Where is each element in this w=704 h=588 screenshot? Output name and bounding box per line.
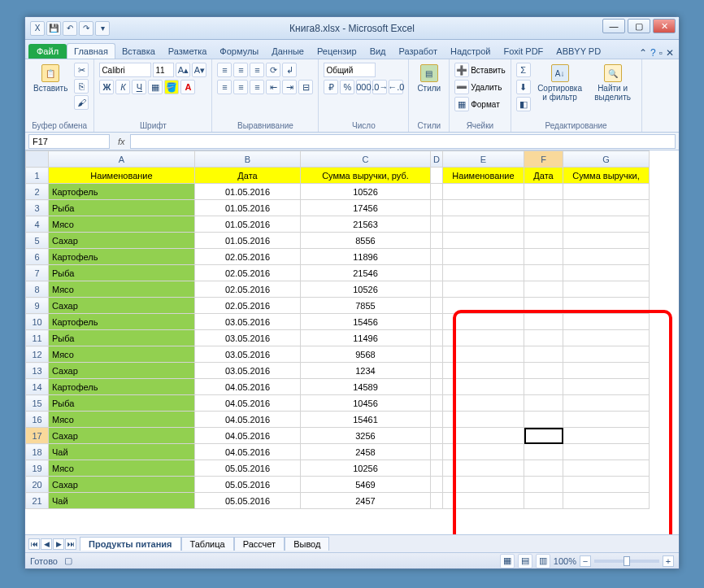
cell-A12[interactable]: Мясо bbox=[49, 346, 195, 363]
cell-D21[interactable] bbox=[431, 493, 443, 509]
cell-F17[interactable] bbox=[524, 428, 563, 444]
cell-B1[interactable]: Дата bbox=[195, 168, 301, 184]
cell-E2[interactable] bbox=[443, 184, 524, 200]
tab-nav-prev-icon[interactable]: ◀ bbox=[41, 538, 52, 550]
cell-E8[interactable] bbox=[443, 281, 524, 298]
font-size-input[interactable] bbox=[153, 63, 174, 77]
cell-G14[interactable] bbox=[563, 379, 650, 395]
cell-D2[interactable] bbox=[431, 184, 443, 200]
row-header-13[interactable]: 13 bbox=[26, 363, 49, 379]
cell-B18[interactable]: 04.05.2016 bbox=[195, 444, 301, 460]
cell-F9[interactable] bbox=[524, 298, 563, 314]
cell-G7[interactable] bbox=[563, 265, 650, 281]
row-header-5[interactable]: 5 bbox=[26, 233, 49, 249]
cell-G12[interactable] bbox=[563, 346, 650, 363]
row-header-15[interactable]: 15 bbox=[26, 395, 49, 412]
cell-B5[interactable]: 01.05.2016 bbox=[195, 233, 301, 249]
row-header-9[interactable]: 9 bbox=[26, 298, 49, 314]
formula-input[interactable] bbox=[130, 134, 676, 149]
fill-icon[interactable]: ⬇ bbox=[516, 80, 531, 94]
wrap-text-icon[interactable]: ↲ bbox=[282, 63, 297, 77]
cell-G1[interactable]: Сумма выручки, bbox=[563, 168, 650, 184]
save-icon[interactable]: 💾 bbox=[46, 21, 61, 36]
cell-A8[interactable]: Мясо bbox=[49, 281, 195, 298]
cell-C6[interactable]: 11896 bbox=[301, 249, 431, 265]
cell-D5[interactable] bbox=[431, 233, 443, 249]
tab-review[interactable]: Рецензир bbox=[311, 44, 363, 59]
cell-F5[interactable] bbox=[524, 233, 563, 249]
cell-B13[interactable]: 03.05.2016 bbox=[195, 363, 301, 379]
cell-A21[interactable]: Чай bbox=[49, 493, 195, 509]
cell-A19[interactable]: Мясо bbox=[49, 460, 195, 477]
cell-C2[interactable]: 10526 bbox=[301, 184, 431, 200]
excel-icon[interactable]: X bbox=[30, 21, 45, 36]
cell-D4[interactable] bbox=[431, 216, 443, 233]
cell-B20[interactable]: 05.05.2016 bbox=[195, 477, 301, 493]
cell-B3[interactable]: 01.05.2016 bbox=[195, 200, 301, 216]
cell-A5[interactable]: Сахар bbox=[49, 233, 195, 249]
cell-A14[interactable]: Картофель bbox=[49, 379, 195, 395]
cell-D8[interactable] bbox=[431, 281, 443, 298]
col-header-C[interactable]: C bbox=[301, 151, 431, 168]
col-header-A[interactable]: A bbox=[49, 151, 195, 168]
cell-E1[interactable]: Наименование bbox=[443, 168, 524, 184]
cell-A10[interactable]: Картофель bbox=[49, 314, 195, 330]
cell-C7[interactable]: 21546 bbox=[301, 265, 431, 281]
zoom-handle[interactable] bbox=[624, 556, 630, 566]
row-header-16[interactable]: 16 bbox=[26, 412, 49, 428]
cell-F8[interactable] bbox=[524, 281, 563, 298]
cell-A9[interactable]: Сахар bbox=[49, 298, 195, 314]
cell-A18[interactable]: Чай bbox=[49, 444, 195, 460]
cell-D15[interactable] bbox=[431, 395, 443, 412]
cell-F6[interactable] bbox=[524, 249, 563, 265]
cell-F14[interactable] bbox=[524, 379, 563, 395]
cell-G21[interactable] bbox=[563, 493, 650, 509]
cell-C9[interactable]: 7855 bbox=[301, 298, 431, 314]
dec-decimal-icon[interactable]: ←.0 bbox=[389, 80, 403, 94]
cell-D13[interactable] bbox=[431, 363, 443, 379]
row-header-14[interactable]: 14 bbox=[26, 379, 49, 395]
font-name-input[interactable] bbox=[99, 63, 151, 77]
format-painter-icon[interactable]: 🖌 bbox=[74, 95, 89, 110]
cell-A7[interactable]: Рыба bbox=[49, 265, 195, 281]
cell-B9[interactable]: 02.05.2016 bbox=[195, 298, 301, 314]
cell-G15[interactable] bbox=[563, 395, 650, 412]
decrease-indent-icon[interactable]: ⇤ bbox=[266, 80, 280, 94]
cell-D18[interactable] bbox=[431, 444, 443, 460]
cell-G2[interactable] bbox=[563, 184, 650, 200]
comma-icon[interactable]: 000 bbox=[356, 80, 371, 94]
cell-E9[interactable] bbox=[443, 298, 524, 314]
cell-E13[interactable] bbox=[443, 363, 524, 379]
cell-C12[interactable]: 9568 bbox=[301, 346, 431, 363]
cell-B19[interactable]: 05.05.2016 bbox=[195, 460, 301, 477]
col-header-E[interactable]: E bbox=[443, 151, 524, 168]
styles-button[interactable]: ▤ Стили bbox=[414, 63, 444, 94]
cell-B2[interactable]: 01.05.2016 bbox=[195, 184, 301, 200]
align-center-icon[interactable]: ≡ bbox=[233, 80, 248, 94]
align-middle-icon[interactable]: ≡ bbox=[233, 63, 248, 77]
cell-F16[interactable] bbox=[524, 412, 563, 428]
copy-icon[interactable]: ⎘ bbox=[74, 79, 89, 94]
tab-insert[interactable]: Вставка bbox=[115, 44, 162, 59]
cell-C19[interactable]: 10256 bbox=[301, 460, 431, 477]
cell-A15[interactable]: Рыба bbox=[49, 395, 195, 412]
percent-icon[interactable]: % bbox=[340, 80, 354, 94]
cell-E17[interactable] bbox=[443, 428, 524, 444]
spreadsheet-grid[interactable]: ABCDEFG1НаименованиеДатаСумма выручки, р… bbox=[25, 150, 650, 509]
insert-cells-icon[interactable]: ➕ bbox=[454, 63, 469, 77]
merge-icon[interactable]: ⊟ bbox=[298, 80, 313, 94]
clear-icon[interactable]: ◧ bbox=[516, 97, 531, 111]
cell-F3[interactable] bbox=[524, 200, 563, 216]
cell-B12[interactable]: 03.05.2016 bbox=[195, 346, 301, 363]
cell-F2[interactable] bbox=[524, 184, 563, 200]
font-color-icon[interactable]: A bbox=[180, 80, 195, 94]
cell-G16[interactable] bbox=[563, 412, 650, 428]
cell-G18[interactable] bbox=[563, 444, 650, 460]
fill-color-icon[interactable]: 🪣 bbox=[164, 80, 179, 94]
sort-filter-button[interactable]: A↓ Сортировка и фильтр bbox=[534, 63, 586, 111]
cell-B6[interactable]: 02.05.2016 bbox=[195, 249, 301, 265]
cell-C17[interactable]: 3256 bbox=[301, 428, 431, 444]
cell-G4[interactable] bbox=[563, 216, 650, 233]
cell-A20[interactable]: Сахар bbox=[49, 477, 195, 493]
cell-B11[interactable]: 03.05.2016 bbox=[195, 330, 301, 346]
